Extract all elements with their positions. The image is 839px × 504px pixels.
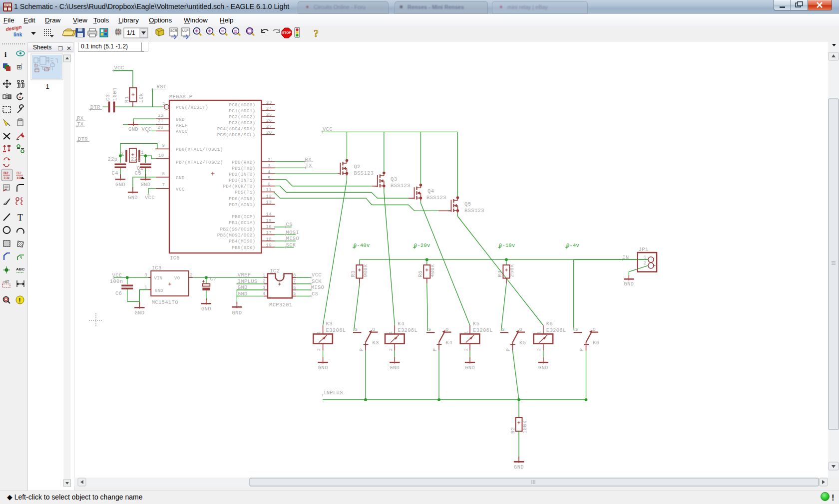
svg-text:GND: GND: [514, 464, 524, 470]
svg-text:10: 10: [158, 153, 164, 158]
svg-text:PB2(SS/OC1B): PB2(SS/OC1B): [220, 227, 256, 232]
svg-text:PC0(ADC0): PC0(ADC0): [229, 102, 255, 108]
svg-text:R6: R6: [418, 270, 423, 277]
svg-text:R4: R4: [497, 270, 503, 277]
svg-text:4: 4: [268, 170, 271, 175]
svg-text:MISO: MISO: [286, 236, 300, 242]
svg-text:K5: K5: [519, 340, 526, 346]
svg-text:JP1: JP1: [639, 247, 649, 252]
svg-text:14: 14: [266, 212, 272, 217]
svg-text:i: i: [4, 50, 6, 58]
svg-text:VCC: VCC: [176, 187, 185, 192]
svg-text:GND: GND: [538, 365, 548, 371]
svg-text:11: 11: [266, 188, 272, 193]
svg-text:PD3(INT1): PD3(INT1): [229, 178, 255, 183]
svg-text:PB0(ICP): PB0(ICP): [232, 214, 255, 220]
svg-text:1: 1: [163, 101, 166, 106]
svg-text:s: s: [575, 326, 579, 332]
svg-text:s: s: [502, 326, 505, 332]
svg-text:22: 22: [158, 113, 163, 118]
svg-text:PC6(/RESET): PC6(/RESET): [176, 105, 208, 110]
svg-text:22p: 22p: [108, 156, 118, 162]
svg-text:ABC: ABC: [16, 267, 25, 271]
svg-text:Q3: Q3: [391, 176, 397, 182]
svg-text:10k: 10k: [3, 176, 9, 180]
svg-text:24: 24: [266, 106, 272, 111]
svg-text:VCC: VCC: [323, 126, 333, 132]
svg-text:2: 2: [537, 348, 542, 351]
svg-text:9: 9: [162, 143, 165, 148]
svg-text:7: 7: [162, 183, 165, 188]
svg-text:PC5(ADC5/SCL): PC5(ADC5/SCL): [217, 132, 256, 138]
svg-text:K6: K6: [593, 340, 599, 346]
svg-text:0-20v: 0-20v: [414, 243, 430, 249]
svg-text:GND: GND: [318, 365, 328, 371]
svg-text:R2: R2: [510, 427, 516, 434]
svg-text:K4: K4: [398, 321, 404, 327]
svg-text:°: °: [21, 63, 22, 67]
svg-text:PD5(T1): PD5(T1): [235, 190, 255, 195]
svg-text:IC5: IC5: [170, 255, 180, 261]
svg-text:PC2(ADC2): PC2(ADC2): [229, 114, 255, 120]
svg-text:GND: GND: [624, 281, 634, 287]
svg-text:23: 23: [266, 100, 272, 105]
svg-text:250k: 250k: [509, 264, 515, 277]
svg-text:1: 1: [263, 273, 266, 278]
svg-text:o: o: [445, 326, 449, 332]
svg-text:BSS123: BSS123: [426, 195, 446, 201]
svg-text:GND: GND: [176, 117, 185, 122]
svg-text:K3: K3: [373, 340, 379, 346]
svg-text:GND: GND: [115, 182, 125, 188]
svg-text:PD2(INT0): PD2(INT0): [229, 172, 255, 177]
svg-text:R2: R2: [16, 171, 21, 175]
svg-text:2: 2: [389, 348, 394, 351]
svg-text:5: 5: [268, 176, 271, 181]
svg-text:K5: K5: [473, 321, 479, 327]
svg-text:R2: R2: [3, 171, 8, 175]
svg-text:27: 27: [266, 124, 272, 129]
svg-text:100n: 100n: [112, 87, 118, 101]
svg-text:1: 1: [45, 83, 49, 90]
svg-text:GND: GND: [128, 126, 138, 132]
svg-text:MISO: MISO: [311, 284, 325, 290]
svg-text:PD1(TXD): PD1(TXD): [232, 166, 255, 171]
svg-text:2: 2: [317, 348, 322, 351]
svg-text:15: 15: [266, 219, 272, 224]
svg-text:GND: GND: [155, 288, 163, 293]
svg-text:VO: VO: [174, 276, 180, 281]
svg-text:Q5: Q5: [464, 201, 471, 207]
svg-text:1: 1: [317, 331, 322, 334]
svg-text:C6: C6: [115, 290, 122, 296]
svg-text:21: 21: [158, 119, 163, 124]
svg-text:o: o: [593, 326, 596, 332]
svg-text:8: 8: [162, 172, 165, 177]
svg-text:VCC: VCC: [142, 126, 152, 132]
svg-text:E3206L: E3206L: [326, 327, 346, 333]
svg-text:7: 7: [293, 279, 296, 284]
svg-text:900k: 900k: [363, 264, 369, 277]
svg-text:E3206L: E3206L: [398, 327, 418, 333]
svg-text:PD0(RXD): PD0(RXD): [232, 160, 255, 165]
svg-text:INPLUS: INPLUS: [238, 278, 258, 284]
svg-text:5: 5: [293, 291, 296, 296]
svg-text:K6: K6: [546, 321, 553, 327]
svg-text:o: o: [372, 326, 376, 332]
svg-text:RST: RST: [157, 84, 167, 90]
svg-text:1: 1: [537, 331, 542, 334]
svg-text:2: 2: [268, 158, 271, 163]
svg-text:PC3(ADC3): PC3(ADC3): [229, 120, 255, 126]
svg-text:?: ?: [314, 28, 319, 39]
svg-text:link: link: [13, 32, 22, 37]
svg-text:25: 25: [266, 112, 272, 117]
svg-text:AVCC: AVCC: [176, 129, 188, 134]
svg-text:1: 1: [464, 331, 469, 334]
svg-text:PB7(XTAL2/TOSC2): PB7(XTAL2/TOSC2): [176, 160, 223, 165]
svg-text:10k: 10k: [138, 93, 144, 103]
svg-text:100n: 100n: [110, 278, 123, 284]
svg-text:GND: GND: [465, 365, 475, 371]
svg-text:SCK: SCK: [312, 278, 322, 284]
svg-text:16: 16: [266, 225, 272, 230]
svg-text:BSS123: BSS123: [354, 170, 374, 176]
svg-text:CS: CS: [312, 291, 318, 297]
svg-text:2: 2: [644, 261, 647, 266]
